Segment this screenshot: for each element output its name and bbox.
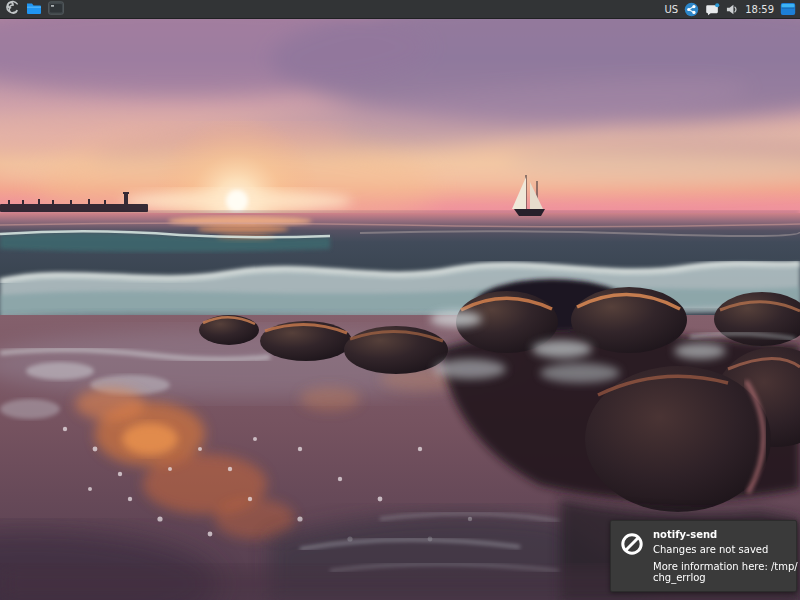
blue-folder-window-icon[interactable]: [780, 1, 796, 18]
desktop-wallpaper[interactable]: [0, 19, 800, 600]
spiral-icon: [5, 0, 20, 19]
desktop-screen: US: [0, 0, 800, 600]
top-panel: US: [0, 0, 800, 19]
chat-bubble-icon[interactable]: [705, 1, 720, 18]
prohibition-icon: [620, 532, 644, 560]
terminal-button[interactable]: [47, 1, 65, 18]
network-share-icon[interactable]: [684, 1, 699, 18]
app-menu-button[interactable]: [3, 1, 21, 18]
folder-icon: [26, 0, 42, 19]
system-tray: US: [665, 0, 798, 19]
file-manager-button[interactable]: [25, 1, 43, 18]
panel-launchers: [3, 1, 65, 18]
terminal-icon: [48, 0, 64, 19]
notification-body: More information here: /tmp/ chg_errlog: [653, 561, 798, 583]
notification-title: notify-send: [653, 529, 798, 541]
wallpaper-image: [0, 19, 800, 600]
notification-body-line: chg_errlog: [653, 572, 798, 583]
keyboard-layout-indicator[interactable]: US: [665, 0, 679, 19]
notification-summary: Changes are not saved: [653, 544, 798, 556]
notification-content: notify-send Changes are not saved More i…: [653, 529, 798, 583]
volume-icon[interactable]: [726, 1, 739, 18]
clock[interactable]: 18:59: [745, 0, 774, 19]
notification-body-line: More information here: /tmp/: [653, 561, 798, 572]
notification-popup[interactable]: notify-send Changes are not saved More i…: [610, 520, 797, 592]
